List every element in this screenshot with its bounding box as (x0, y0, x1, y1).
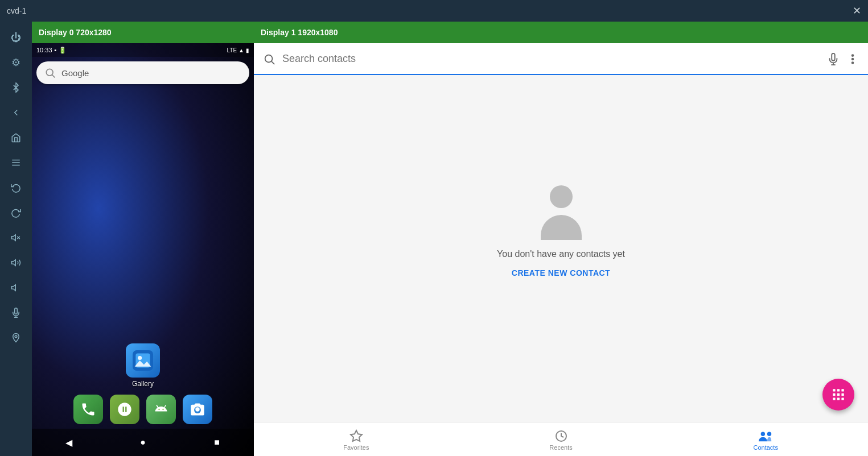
gallery-icon[interactable] (126, 343, 160, 378)
search-bar[interactable] (254, 43, 868, 75)
svg-point-15 (138, 356, 142, 360)
svg-point-17 (162, 409, 163, 410)
svg-marker-6 (12, 260, 16, 266)
nav-contacts[interactable]: Contacts (663, 422, 868, 456)
more-options-icon[interactable] (846, 52, 859, 65)
mute-icon[interactable] (5, 276, 27, 299)
avatar-body (541, 215, 582, 240)
favorites-icon (349, 428, 363, 442)
empty-avatar (534, 185, 589, 240)
home-icon[interactable] (5, 126, 27, 149)
status-right: LTE ▲ ▮ (227, 47, 249, 53)
display0-header: Display 0 720x1280 (32, 22, 254, 43)
svg-rect-31 (833, 397, 835, 400)
display0-panel: Display 0 720x1280 10:33 ▪ 🔋 LTE ▲ ▮ (32, 22, 254, 456)
display1-panel: Display 1 1920x1080 (254, 22, 868, 456)
svg-point-37 (767, 432, 771, 436)
svg-point-36 (761, 432, 765, 436)
svg-rect-25 (833, 389, 835, 391)
back-icon[interactable] (5, 101, 27, 124)
gallery-app-icon-area[interactable]: Gallery (126, 343, 160, 388)
search-icon (263, 52, 275, 65)
svg-rect-29 (837, 393, 840, 396)
back-nav-button[interactable]: ◀ (60, 433, 78, 451)
google-search-icon (43, 66, 57, 80)
google-search-bar[interactable]: Google (36, 61, 249, 84)
svg-point-11 (46, 69, 53, 76)
empty-message: You don't have any contacts yet (497, 249, 625, 259)
fdroid-app-icon[interactable] (110, 395, 139, 424)
display1-label: Display 1 1920x1080 (261, 28, 338, 37)
battery-icon: ▮ (246, 47, 249, 53)
display0-label: Display 0 720x1280 (39, 28, 112, 37)
status-left: 10:33 ▪ 🔋 (36, 47, 67, 54)
display1-header: Display 1 1920x1080 (254, 22, 868, 43)
settings-icon[interactable]: ⚙ (5, 51, 27, 74)
nav-favorites[interactable]: Favorites (254, 422, 459, 456)
svg-point-16 (158, 409, 159, 410)
bluetooth-icon[interactable] (5, 76, 27, 99)
title-bar: cvd-1 ✕ (0, 0, 868, 22)
svg-point-10 (15, 335, 17, 338)
gallery-label: Gallery (132, 380, 154, 388)
phone-dock: ◀ ● ■ (32, 390, 254, 456)
svg-line-19 (271, 61, 274, 64)
mic-icon[interactable] (5, 301, 27, 324)
camera-app-icon[interactable] (183, 395, 212, 424)
svg-point-23 (852, 58, 854, 60)
status-time: 10:33 (36, 47, 52, 53)
power-icon[interactable]: ⏻ (5, 26, 27, 49)
svg-rect-27 (841, 389, 844, 391)
svg-point-22 (852, 55, 854, 56)
nav-recents[interactable]: Recents (459, 422, 664, 456)
create-contact-button[interactable]: CREATE NEW CONTACT (512, 268, 610, 277)
phone-app-icon[interactable] (73, 395, 103, 424)
signal-icon: ▲ (238, 47, 244, 53)
main-layout: ⏻ ⚙ (0, 22, 868, 456)
search-input[interactable] (282, 53, 820, 65)
phone-nav-bar: ◀ ● ■ (32, 429, 254, 456)
contacts-screen: You don't have any contacts yet CREATE N… (254, 43, 868, 456)
contacts-icon (758, 428, 773, 442)
android-app-icon[interactable] (146, 395, 176, 424)
recents-nav-button[interactable]: ■ (208, 433, 226, 451)
google-search-text: Google (61, 68, 89, 78)
bottom-navigation: Favorites Recents (254, 422, 868, 456)
svg-rect-30 (841, 393, 844, 396)
svg-rect-26 (837, 389, 840, 391)
volume-down-icon[interactable] (5, 226, 27, 249)
phone-status-bar: 10:33 ▪ 🔋 LTE ▲ ▮ (32, 43, 254, 57)
svg-rect-33 (841, 397, 844, 400)
voice-search-icon[interactable] (827, 52, 840, 65)
favorites-label: Favorites (343, 444, 369, 451)
menu-icon[interactable] (5, 151, 27, 174)
content-area: Display 0 720x1280 10:33 ▪ 🔋 LTE ▲ ▮ (32, 22, 868, 456)
svg-point-24 (852, 62, 854, 64)
status-indicator: ▪ (55, 47, 57, 53)
network-type: LTE (227, 47, 237, 53)
rotate-icon[interactable] (5, 176, 27, 199)
sidebar: ⏻ ⚙ (0, 22, 32, 456)
svg-marker-34 (351, 430, 362, 441)
svg-marker-3 (12, 235, 16, 241)
contacts-label: Contacts (753, 444, 778, 451)
close-button[interactable]: ✕ (853, 5, 861, 17)
recents-label: Recents (549, 444, 572, 451)
battery-indicator: 🔋 (59, 47, 67, 54)
svg-rect-28 (833, 393, 835, 396)
contacts-empty-state: You don't have any contacts yet CREATE N… (254, 75, 868, 422)
avatar-head (550, 185, 573, 208)
svg-line-12 (52, 75, 55, 78)
dock-apps-row (32, 390, 254, 429)
refresh-icon[interactable] (5, 201, 27, 224)
recents-icon (554, 428, 568, 442)
fab-button[interactable] (822, 379, 854, 411)
svg-rect-32 (837, 397, 840, 400)
svg-point-18 (265, 55, 273, 63)
phone-screen: 10:33 ▪ 🔋 LTE ▲ ▮ (32, 43, 254, 456)
volume-up-icon[interactable] (5, 251, 27, 274)
svg-marker-7 (12, 285, 16, 291)
location-icon[interactable] (5, 326, 27, 349)
home-nav-button[interactable]: ● (134, 433, 152, 451)
window-title: cvd-1 (7, 6, 26, 15)
